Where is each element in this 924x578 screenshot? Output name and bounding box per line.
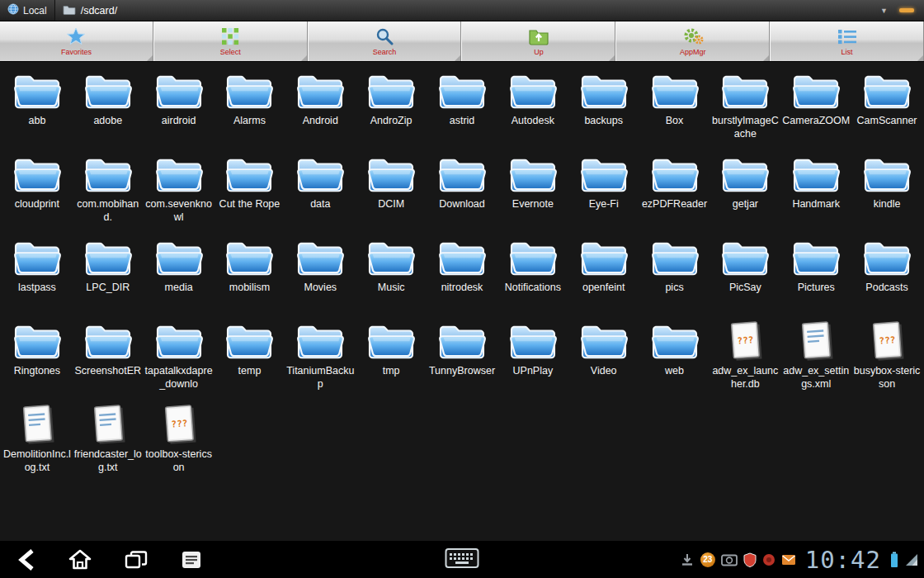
item-label: toolbox-stericson — [144, 448, 214, 474]
folder-item[interactable]: Podcasts — [851, 234, 922, 317]
item-label: Pictures — [798, 281, 835, 294]
mail-icon[interactable] — [781, 554, 796, 566]
file-item[interactable]: ???busybox-stericson — [851, 317, 922, 400]
chevron-down-icon[interactable]: ▼ — [880, 7, 888, 15]
folder-item[interactable]: Pictures — [780, 234, 851, 317]
folder-item[interactable]: tapatalkxdapre_downlo — [144, 317, 214, 400]
toolbar-button-list[interactable]: List — [770, 21, 924, 61]
file-item[interactable]: adw_ex_settings.xml — [780, 317, 851, 400]
folder-item[interactable]: ezPDFReader — [639, 150, 710, 234]
folder-item[interactable]: lastpass — [2, 234, 73, 317]
folder-item[interactable]: PicSay — [710, 234, 780, 317]
toolbar-button-search[interactable]: Search — [308, 21, 462, 61]
folder-icon — [861, 67, 912, 113]
folder-item[interactable]: CameraZOOM — [780, 67, 851, 150]
keyboard-icon[interactable] — [445, 547, 479, 573]
toolbar-button-label: Up — [534, 48, 544, 56]
folder-item[interactable]: TunnyBrowser — [427, 317, 497, 400]
folder-item[interactable]: pics — [639, 234, 710, 317]
folder-item[interactable]: airdroid — [144, 67, 214, 150]
folder-item[interactable]: TitaniumBackup — [285, 317, 356, 400]
folder-up-icon — [528, 26, 549, 46]
file-item[interactable]: DemolitionInc.log.txt — [2, 400, 73, 484]
folder-item[interactable]: Music — [356, 234, 427, 317]
item-label: PicSay — [729, 281, 761, 294]
folder-item[interactable]: Download — [427, 150, 497, 234]
folder-item[interactable]: Movies — [285, 234, 356, 317]
alert-icon[interactable] — [762, 553, 776, 566]
folder-icon — [507, 150, 559, 197]
file-item[interactable]: ???adw_ex_launcher.db — [710, 317, 780, 400]
camera-icon[interactable] — [721, 553, 738, 566]
folder-item[interactable]: Ringtones — [2, 317, 73, 400]
folder-item[interactable]: Eye-Fi — [568, 150, 639, 234]
shield-icon[interactable] — [743, 552, 757, 567]
folder-item[interactable]: Alarms — [214, 67, 285, 150]
folder-icon — [578, 234, 629, 280]
folder-icon — [12, 317, 63, 363]
item-label: temp — [238, 364, 262, 377]
folder-icon — [82, 317, 134, 363]
item-label: TitaniumBackup — [285, 364, 355, 391]
folder-item[interactable]: cloudprint — [2, 150, 73, 234]
toolbar-button-up[interactable]: Up — [461, 21, 615, 61]
folder-item[interactable]: kindle — [851, 150, 922, 234]
toolbar-button-appmgr[interactable]: AppMgr — [615, 21, 770, 61]
folder-item[interactable]: media — [144, 234, 214, 317]
home-icon[interactable] — [68, 548, 92, 571]
folder-item[interactable]: Autodesk — [497, 67, 568, 150]
toolbar-button-label: Search — [373, 48, 397, 56]
path-bar[interactable]: /sdcard/ — [55, 0, 870, 21]
folder-item[interactable]: backups — [568, 67, 639, 150]
file-grid: abbadobeairdroidAlarmsAndroidAndroZipast… — [0, 62, 924, 541]
folder-item[interactable]: Handmark — [780, 150, 851, 234]
file-item[interactable]: friendcaster_log.txt — [73, 400, 144, 484]
item-label: Alarms — [233, 114, 266, 127]
folder-item[interactable]: Notifications — [497, 234, 568, 317]
folder-item[interactable]: AndroZip — [356, 67, 427, 150]
toolbar-button-select[interactable]: Select — [153, 21, 308, 61]
folder-item[interactable]: Evernote — [497, 150, 568, 234]
folder-item[interactable]: Box — [639, 67, 710, 150]
folder-item[interactable]: Android — [285, 67, 356, 150]
folder-item[interactable]: LPC_DIR — [73, 234, 144, 317]
toolbar-button-label: AppMgr — [680, 48, 706, 56]
folder-icon — [578, 67, 629, 113]
folder-item[interactable]: getjar — [710, 150, 780, 234]
folder-item[interactable]: CamScanner — [851, 67, 922, 150]
file-icon — [89, 400, 127, 447]
folder-item[interactable]: temp — [214, 317, 285, 400]
folder-item[interactable]: nitrodesk — [427, 234, 497, 317]
item-label: Video — [591, 364, 617, 377]
folder-item[interactable]: web — [639, 317, 710, 400]
globe-icon — [7, 3, 19, 17]
folder-item[interactable]: Video — [568, 317, 639, 400]
folder-item[interactable]: burstlyImageCache — [710, 67, 780, 150]
file-item[interactable]: ???toolbox-stericson — [144, 400, 214, 484]
folder-item[interactable]: Cut the Rope — [214, 150, 285, 234]
folder-item[interactable]: ScreenshotER — [73, 317, 144, 400]
folder-item[interactable]: mobilism — [214, 234, 285, 317]
item-label: DCIM — [378, 197, 404, 211]
toolbar-button-favorites[interactable]: Favorites — [0, 21, 153, 61]
recents-icon[interactable] — [124, 549, 148, 571]
notes-icon[interactable] — [180, 549, 203, 571]
folder-item[interactable]: adobe — [73, 67, 144, 150]
folder-item[interactable]: abb — [2, 67, 73, 150]
clock[interactable]: 10:42 — [805, 546, 881, 574]
folder-item[interactable]: DCIM — [356, 150, 427, 234]
download-icon[interactable] — [680, 552, 695, 567]
folder-item[interactable]: astrid — [427, 67, 497, 150]
folder-item[interactable]: data — [285, 150, 356, 234]
folder-item[interactable]: UPnPlay — [497, 317, 568, 400]
folder-item[interactable]: openfeint — [568, 234, 639, 317]
notification-count-badge[interactable]: 23 — [700, 552, 715, 567]
folder-item[interactable]: com.sevenknowl — [144, 150, 214, 234]
back-icon[interactable] — [16, 548, 36, 571]
folder-item[interactable]: tmp — [356, 317, 427, 400]
folder-icon — [224, 317, 275, 363]
local-button[interactable]: Local — [0, 0, 55, 21]
minimize-icon[interactable] — [899, 8, 914, 12]
folder-item[interactable]: com.mobihand. — [73, 150, 144, 234]
item-label: Autodesk — [512, 114, 554, 127]
